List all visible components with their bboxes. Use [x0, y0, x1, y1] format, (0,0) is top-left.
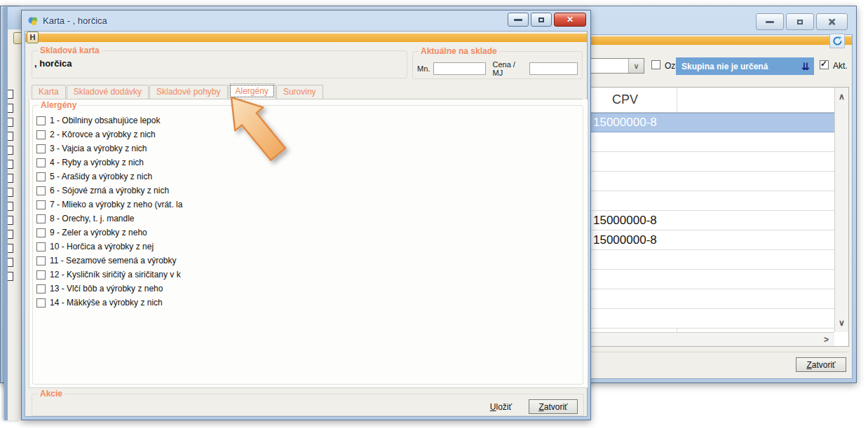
scroll-right-icon[interactable]: > — [824, 335, 829, 345]
minimize-button[interactable] — [508, 13, 529, 27]
allergen-checkbox[interactable] — [36, 116, 46, 125]
table-row[interactable]: 15000000-8 — [574, 113, 834, 132]
cpv-table: CPV 15000000-8 — [573, 87, 849, 347]
group-field[interactable]: Skupina nie je určená ⇊ — [676, 57, 814, 75]
dialog-titlebar[interactable]: Karta - , horčica — [22, 11, 590, 31]
allergen-checkbox[interactable] — [36, 158, 46, 167]
sliver-checkbox-edge — [8, 188, 13, 197]
background-close-button[interactable]: Zatvoriť — [796, 357, 846, 372]
table-row[interactable] — [574, 270, 834, 289]
table-row[interactable]: 15000000-8 — [574, 230, 834, 250]
table-row[interactable] — [574, 289, 834, 309]
close-button[interactable]: ✕ — [816, 13, 848, 30]
mn-input[interactable] — [433, 62, 486, 75]
sliver-checkbox-edge — [8, 230, 13, 239]
alergeny-group-label: Alergény — [39, 100, 79, 110]
scroll-up-icon[interactable]: ∧ — [839, 92, 845, 102]
sliver-checkbox-edge — [8, 118, 13, 127]
refresh-button[interactable] — [829, 34, 845, 48]
tab[interactable]: Alergény — [229, 83, 276, 99]
tab[interactable]: Skladové pohyby — [149, 85, 227, 99]
aktualne-label: Aktuálne na sklade — [419, 46, 499, 56]
tab[interactable]: Karta — [32, 85, 66, 99]
minimize-button[interactable] — [756, 13, 784, 30]
allergen-checkbox[interactable] — [36, 144, 46, 153]
allergen-row: 2 - Kôrovce a výrobky z nich — [36, 127, 182, 141]
tab[interactable]: Skladové dodávky — [67, 85, 149, 99]
allergen-checkbox[interactable] — [36, 284, 46, 294]
allergen-checkbox[interactable] — [36, 214, 46, 223]
sliver-checkbox-edge — [8, 174, 13, 183]
allergen-checkbox[interactable] — [36, 242, 46, 251]
allergen-row: 9 - Zeler a výrobky z neho — [36, 226, 182, 240]
allergen-checkbox[interactable] — [36, 186, 46, 195]
allergen-row: 12 - Kysličník siričitý a siričitany v k — [36, 268, 182, 282]
allergen-checkbox[interactable] — [36, 200, 46, 209]
maximize-button[interactable] — [786, 13, 814, 30]
h-button[interactable]: H — [27, 32, 39, 43]
cena-mj-input[interactable] — [529, 62, 578, 75]
sliver-checkbox-edge — [8, 146, 13, 155]
allergen-checkbox[interactable] — [36, 270, 46, 279]
allergen-checkbox[interactable] — [36, 172, 46, 181]
table-row[interactable] — [574, 309, 834, 329]
akt-checkbox[interactable] — [820, 60, 829, 69]
table-row[interactable] — [574, 132, 834, 152]
tab-panel: Alergény 1 - Obilniny obsahujúce lepok 2… — [29, 99, 588, 388]
toolbar-strip — [25, 34, 587, 42]
dialog-body: H Skladová karta , horčica Aktuálne na s… — [25, 31, 588, 417]
allergen-checkbox[interactable] — [36, 256, 46, 265]
sliver-checkbox-edge — [8, 244, 13, 253]
sliver-checkbox-edge — [8, 258, 13, 267]
scroll-down-icon[interactable]: ∨ — [839, 318, 845, 328]
allergen-row: 6 - Sójové zrná a výrobky z nich — [36, 184, 182, 198]
allergen-row: 5 - Arašidy a výrobky z nich — [36, 170, 182, 184]
skladova-karta-group: Skladová karta , horčica — [32, 50, 407, 78]
maximize-button[interactable] — [531, 13, 552, 27]
button-label: atvoriť — [812, 360, 836, 370]
allergen-row: 8 - Orechy, t. j. mandle — [36, 212, 182, 226]
chevron-down-icon[interactable]: ∨ — [628, 59, 644, 73]
tab-bar: KartaSkladové dodávkySkladové pohybyAler… — [32, 85, 583, 99]
double-chevron-down-icon[interactable]: ⇊ — [801, 62, 810, 71]
aktualne-group: Aktuálne na sklade Mn. Cena / MJ — [412, 51, 583, 79]
tab[interactable]: Suroviny — [276, 85, 323, 99]
button-accel: Z — [538, 402, 543, 412]
refresh-icon — [832, 36, 843, 46]
allergen-checkbox[interactable] — [36, 228, 46, 237]
save-button[interactable]: Uložiť — [486, 401, 516, 413]
allergen-label: 7 - Mlieko a výrobky z neho (vrát. la — [50, 200, 182, 209]
ozn-checkbox[interactable] — [651, 60, 660, 69]
allergen-row: 7 - Mlieko a výrobky z neho (vrát. la — [36, 198, 182, 212]
horizontal-scrollbar[interactable]: > — [574, 332, 834, 346]
allergen-row: 10 - Horčica a výrobky z nej — [36, 240, 182, 254]
akcie-group-label: Akcie — [38, 389, 65, 399]
allergen-list: 1 - Obilniny obsahujúce lepok 2 - Kôrovc… — [36, 113, 182, 310]
button-label: ložiť — [496, 402, 512, 412]
allergen-label: 4 - Ryby a výrobky z nich — [50, 158, 144, 167]
close-button[interactable]: ✕ — [554, 13, 586, 27]
table-row[interactable] — [574, 172, 834, 191]
sliver-checkbox-edge — [8, 132, 13, 141]
allergen-checkbox[interactable] — [36, 298, 46, 308]
allergen-label: 10 - Horčica a výrobky z nej — [50, 242, 154, 251]
allergen-label: 6 - Sójové zrná a výrobky z nich — [50, 186, 169, 195]
app-icon — [27, 15, 39, 27]
allergen-label: 11 - Sezamové semená a výrobky — [50, 256, 177, 265]
allergen-checkbox[interactable] — [36, 130, 46, 139]
vertical-scrollbar[interactable]: ∧ ∨ — [834, 88, 848, 332]
allergen-row: 4 - Ryby a výrobky z nich — [36, 156, 182, 170]
table-row[interactable] — [574, 250, 834, 270]
minimize-icon — [766, 21, 774, 23]
sliver-checkbox-edge — [8, 90, 13, 99]
skladova-karta-label: Skladová karta — [38, 46, 102, 55]
dialog-close-button[interactable]: Zatvoriť — [529, 399, 578, 414]
table-row[interactable]: 15000000-8 — [574, 211, 834, 230]
cena-mj-label: Cena / MJ — [492, 60, 525, 77]
group-field-value: Skupina nie je určená — [681, 62, 768, 71]
sliver-checkbox-edge — [8, 202, 13, 211]
table-row[interactable] — [574, 152, 834, 172]
table-body: 15000000-8 15000 — [574, 113, 834, 332]
table-row[interactable] — [574, 191, 834, 211]
close-icon: ✕ — [828, 16, 836, 27]
